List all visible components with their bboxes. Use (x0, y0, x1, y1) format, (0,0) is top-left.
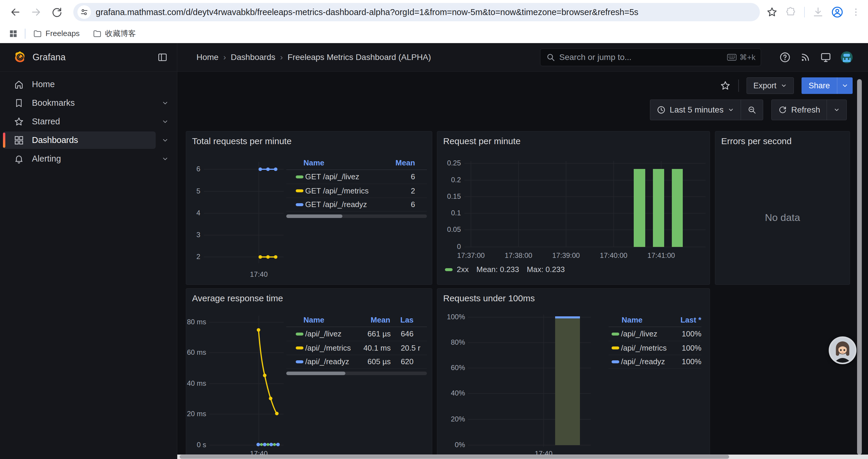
bookmark-folder-blogs[interactable]: 收藏博客 (93, 28, 136, 39)
chevron-down-icon (833, 107, 840, 113)
time-range-button[interactable]: Last 5 minutes (650, 100, 741, 120)
bookmark-folder-freeleaps[interactable]: Freeleaps (33, 29, 80, 38)
favorite-star-icon[interactable] (720, 80, 731, 91)
legend-table: Name Mean Las /api/_/livez 661 µs 646 (286, 314, 427, 375)
sidebar-item-home[interactable]: Home (0, 75, 177, 94)
y-tick: 4 (186, 209, 200, 217)
panel-request-per-minute: Request per minute (437, 131, 710, 285)
zoom-out-button[interactable] (741, 100, 763, 120)
bars-2xx (634, 169, 683, 247)
panel-title[interactable]: Errors per second (715, 131, 850, 146)
legend-row[interactable]: /api/_/readyz 100% (609, 355, 701, 369)
legend-row[interactable]: /api/_/metrics 100% (609, 341, 701, 355)
zoom-out-icon (747, 105, 756, 114)
reload-button[interactable] (50, 6, 63, 19)
back-icon (10, 7, 21, 18)
vertical-scrollbar[interactable] (857, 79, 862, 455)
chevron-down-icon (841, 82, 848, 89)
browser-menu-icon[interactable] (851, 7, 861, 17)
series-swatch (296, 189, 303, 192)
panel-average-response-time: Average response time (186, 288, 432, 459)
toolbar-actions (766, 6, 861, 18)
back-button[interactable] (9, 6, 22, 19)
legend-header[interactable]: Name Mean (286, 156, 427, 170)
refresh-interval-button[interactable] (827, 100, 846, 120)
home-icon (13, 79, 24, 90)
legend-table: Name Last * /api/_/livez 100% /api/_/met… (609, 314, 701, 369)
sidebar-item-label: Alerting (32, 154, 61, 164)
url-text[interactable]: grafana.mathmast.com/d/deytv4rwavabkb/fr… (96, 7, 639, 17)
legend-row[interactable]: /api/_/livez 661 µs 646 (286, 327, 427, 341)
news-rss-icon[interactable] (800, 52, 811, 63)
legend-row[interactable]: /api/_/livez 100% (609, 327, 701, 341)
series-swatch (612, 347, 619, 350)
bookmark-star-icon[interactable] (766, 6, 778, 18)
assistant-avatar-widget[interactable] (829, 336, 857, 364)
legend-item-2xx[interactable]: 2xx (445, 265, 469, 274)
downloads-icon[interactable] (812, 6, 824, 18)
y-tick: 0.05 (437, 225, 461, 234)
url-bar[interactable]: grafana.mathmast.com/d/deytv4rwavabkb/fr… (73, 3, 760, 21)
extensions-icon[interactable] (785, 6, 797, 18)
legend-row[interactable]: /api/_/readyz 605 µs 620 (286, 355, 427, 369)
y-tick: 20% (437, 415, 465, 423)
y-tick: 40 ms (186, 379, 206, 388)
dock-menu-icon[interactable] (157, 52, 167, 62)
horizontal-scrollbar[interactable] (177, 455, 868, 459)
time-controls: Last 5 minutes Refresh (177, 100, 868, 127)
legend-scrollbar[interactable] (286, 371, 427, 375)
series-swatch (445, 268, 453, 271)
bell-icon (13, 154, 24, 164)
dashboard-actions: Export Share (177, 72, 868, 100)
monitor-icon[interactable] (820, 52, 831, 63)
chevron-down-icon[interactable] (162, 137, 169, 144)
forward-button[interactable] (30, 6, 42, 19)
share-menu-button[interactable] (837, 77, 852, 94)
chevron-down-icon[interactable] (162, 155, 169, 162)
profile-icon[interactable] (831, 6, 843, 18)
sidebar-item-starred[interactable]: Starred (0, 112, 177, 131)
sidebar-item-dashboards[interactable]: Dashboards (0, 131, 177, 150)
share-button[interactable]: Share (802, 77, 837, 94)
legend-row[interactable]: GET /api/_/readyz 6 (286, 198, 427, 211)
series-swatch (296, 347, 303, 350)
dashboard-main: Export Share Last 5 minutes (177, 72, 868, 459)
site-settings-icon[interactable] (78, 5, 91, 19)
actions-divider (738, 79, 739, 92)
forward-icon (31, 7, 41, 18)
folder-icon (33, 29, 42, 38)
apps-grid-icon[interactable] (9, 29, 18, 38)
y-tick: 80 ms (186, 318, 206, 326)
refresh-button[interactable]: Refresh (772, 100, 827, 120)
search-input[interactable]: Search or jump to... ⌘+k (540, 48, 761, 66)
search-shortcut: ⌘+k (727, 53, 755, 62)
legend-header[interactable]: Name Last * (609, 314, 701, 327)
legend-row[interactable]: /api/_/metrics 40.1 ms 20.5 r (286, 341, 427, 355)
grafana-logo[interactable] (13, 51, 27, 64)
share-split-button: Share (802, 77, 852, 94)
panel-requests-under-100ms: Requests under 100ms 100% (437, 288, 710, 459)
x-tick: 17:40:00 (593, 251, 634, 260)
legend-scrollbar[interactable] (286, 215, 427, 218)
user-avatar[interactable] (841, 52, 852, 63)
chevron-down-icon[interactable] (162, 118, 169, 125)
y-tick: 40% (437, 389, 465, 397)
export-button[interactable]: Export (747, 77, 794, 94)
series-livez-response (260, 443, 276, 446)
search-placeholder: Search or jump to... (559, 53, 727, 62)
legend-row[interactable]: GET /api/_/livez 6 (286, 170, 427, 184)
help-icon[interactable] (779, 52, 790, 63)
chevron-down-icon[interactable] (162, 100, 169, 107)
sidebar-item-bookmarks[interactable]: Bookmarks (0, 94, 177, 112)
horizontal-scrollbar-thumb[interactable] (180, 455, 729, 459)
breadcrumb-home[interactable]: Home (196, 53, 219, 62)
brand-name[interactable]: Grafana (32, 52, 66, 63)
sidebar-item-alerting[interactable]: Alerting (0, 150, 177, 168)
legend-row[interactable]: GET /api/_/metrics 2 (286, 184, 427, 198)
legend-header[interactable]: Name Mean Las (286, 314, 427, 327)
breadcrumb-dashboards[interactable]: Dashboards (231, 53, 275, 62)
y-tick: 6 (186, 165, 200, 173)
legend-mean: Mean: 0.233 (476, 265, 519, 274)
y-tick: 0.15 (437, 192, 461, 201)
avatar-girl-illustration (830, 338, 855, 363)
